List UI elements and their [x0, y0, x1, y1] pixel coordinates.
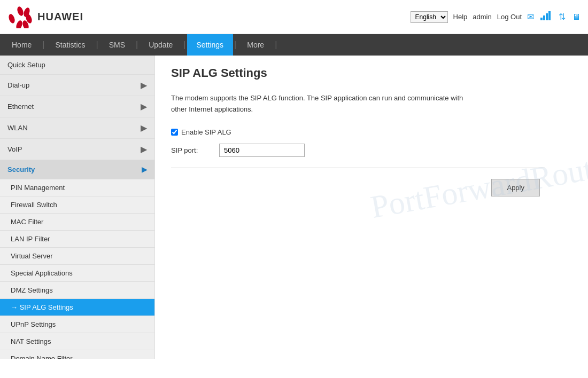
help-label: Help	[453, 13, 468, 21]
sidebar-ethernet-label: Ethernet	[7, 103, 34, 111]
sidebar-lan-ip-filter-label: LAN IP Filter	[11, 235, 50, 243]
header-area: HUAWEI English 中文 Help admin Log Out ✉ ⇅	[0, 0, 588, 34]
description-text: The modem supports the SIP ALG function.…	[171, 93, 545, 115]
sidebar-pin-management[interactable]: PIN Management	[0, 179, 154, 196]
svg-rect-7	[543, 15, 545, 20]
button-row: Apply	[171, 179, 572, 196]
nav-more[interactable]: More	[237, 34, 274, 56]
svg-rect-6	[540, 18, 543, 20]
sidebar-voip-arrow: ▶	[141, 144, 147, 154]
svg-point-5	[7, 13, 16, 23]
sip-port-row: SIP port:	[171, 144, 572, 157]
sidebar-sip-alg-label: SIP ALG Settings	[20, 303, 73, 311]
monitor-icon: 🖥	[572, 12, 581, 22]
sidebar-quick-setup[interactable]: Quick Setup	[0, 56, 154, 75]
admin-label: admin	[473, 13, 491, 21]
nav-statistics[interactable]: Statistics	[46, 34, 95, 56]
nav-sms[interactable]: SMS	[99, 34, 135, 56]
page-title: SIP ALG Settings	[171, 66, 572, 83]
sidebar-sip-alg-settings[interactable]: SIP ALG Settings	[0, 299, 154, 316]
sidebar-special-applications-label: Special Applications	[11, 269, 73, 277]
main-layout: Quick Setup Dial-up ▶ Ethernet ▶ WLAN ▶ …	[0, 56, 588, 359]
sidebar-security-label: Security	[7, 166, 35, 174]
description-line2: other Internet applications.	[171, 105, 253, 113]
description-line1: The modem supports the SIP ALG function.…	[171, 94, 463, 102]
sidebar-firewall-switch-label: Firewall Switch	[11, 201, 57, 209]
sidebar-virtual-server[interactable]: Virtual Server	[0, 248, 154, 265]
sidebar-upnp-settings-label: UPnP Settings	[11, 320, 56, 328]
content-area: PortForwardRouter.com SIP ALG Settings T…	[155, 56, 588, 359]
svg-point-0	[16, 6, 25, 17]
divider	[171, 168, 545, 168]
sidebar-mac-filter[interactable]: MAC Filter	[0, 214, 154, 231]
svg-point-4	[15, 19, 24, 28]
sidebar-domain-name-filter-label: Domain Name Filter	[11, 355, 73, 359]
sidebar-ethernet[interactable]: Ethernet ▶	[0, 96, 154, 117]
sidebar-wlan[interactable]: WLAN ▶	[0, 117, 154, 139]
svg-rect-9	[548, 11, 551, 20]
logo-area: HUAWEI	[7, 6, 83, 28]
sidebar-nat-settings-label: NAT Settings	[11, 337, 51, 345]
sidebar-wlan-label: WLAN	[7, 124, 28, 132]
sidebar-pin-management-label: PIN Management	[11, 184, 65, 192]
sidebar-domain-name-filter[interactable]: Domain Name Filter	[0, 350, 154, 359]
sidebar: Quick Setup Dial-up ▶ Ethernet ▶ WLAN ▶ …	[0, 56, 155, 359]
sidebar-voip-label: VoIP	[7, 145, 22, 153]
sidebar-special-applications[interactable]: Special Applications	[0, 265, 154, 282]
brand-name: HUAWEI	[37, 11, 83, 23]
mail-icon[interactable]: ✉	[527, 12, 534, 22]
sidebar-security-arrow: ▶	[142, 166, 147, 174]
nav-update[interactable]: Update	[139, 34, 182, 56]
sidebar-lan-ip-filter[interactable]: LAN IP Filter	[0, 231, 154, 248]
status-icons: ✉ ⇅ 🖥	[527, 11, 581, 23]
apply-button[interactable]: Apply	[491, 179, 540, 196]
sidebar-dmz-settings-label: DMZ Settings	[11, 286, 53, 294]
sidebar-mac-filter-label: MAC Filter	[11, 218, 43, 226]
sidebar-dialup[interactable]: Dial-up ▶	[0, 75, 154, 96]
svg-rect-8	[546, 13, 548, 20]
nav-sep-2: |	[95, 40, 99, 50]
sip-port-label: SIP port:	[171, 146, 214, 154]
huawei-logo	[7, 6, 33, 28]
sidebar-quick-setup-label: Quick Setup	[7, 61, 45, 69]
enable-sip-alg-checkbox[interactable]	[171, 129, 178, 136]
sidebar-upnp-settings[interactable]: UPnP Settings	[0, 316, 154, 333]
sidebar-dmz-settings[interactable]: DMZ Settings	[0, 282, 154, 299]
form-section: Enable SIP ALG SIP port:	[171, 128, 572, 157]
sidebar-ethernet-arrow: ▶	[141, 101, 147, 112]
network-icon: ⇅	[559, 12, 566, 22]
sidebar-voip[interactable]: VoIP ▶	[0, 139, 154, 160]
language-select[interactable]: English 中文	[411, 11, 448, 23]
nav-sep-6: |	[274, 40, 278, 50]
enable-checkbox-row: Enable SIP ALG	[171, 128, 572, 136]
sidebar-wlan-arrow: ▶	[141, 123, 147, 133]
sidebar-firewall-switch[interactable]: Firewall Switch	[0, 196, 154, 214]
sidebar-security[interactable]: Security ▶	[0, 160, 154, 179]
sidebar-nat-settings[interactable]: NAT Settings	[0, 333, 154, 350]
top-bar-right: English 中文 Help admin Log Out ✉ ⇅ 🖥	[411, 11, 581, 23]
sidebar-dialup-arrow: ▶	[141, 80, 147, 90]
nav-bar: Home | Statistics | SMS | Update | Setti…	[0, 34, 588, 56]
nav-sep-4: |	[182, 40, 187, 50]
nav-settings[interactable]: Settings	[187, 34, 234, 56]
signal-icon	[540, 11, 552, 23]
sip-port-input[interactable]	[219, 144, 305, 157]
enable-sip-alg-label[interactable]: Enable SIP ALG	[181, 128, 231, 136]
nav-home[interactable]: Home	[2, 34, 41, 56]
logout-button[interactable]: Log Out	[497, 13, 522, 21]
sidebar-dialup-label: Dial-up	[7, 81, 29, 89]
nav-sep-5: |	[233, 40, 237, 50]
nav-sep-1: |	[41, 40, 45, 50]
nav-sep-3: |	[135, 40, 139, 50]
sidebar-virtual-server-label: Virtual Server	[11, 252, 53, 260]
